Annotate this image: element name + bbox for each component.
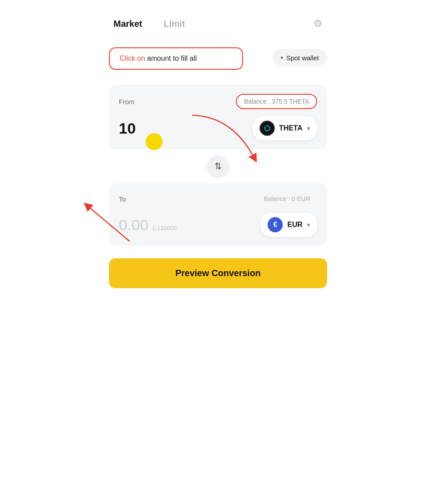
wallet-icon: ▪ — [281, 54, 283, 62]
tooltip-box[interactable]: Click on amount to fill all — [109, 47, 243, 70]
to-currency-label: EUR — [287, 221, 302, 229]
eur-icon: € — [268, 217, 283, 232]
tab-market[interactable]: Market — [113, 19, 142, 29]
to-card-header: To Balance : 0 EUR — [119, 192, 317, 206]
spot-wallet-label: Spot wallet — [286, 54, 319, 62]
to-currency-selector[interactable]: € EUR ▾ — [260, 213, 317, 237]
tab-limit[interactable]: Limit — [164, 19, 185, 29]
gear-icon: ⚙ — [314, 18, 323, 29]
swap-arrows-icon: ⇅ — [214, 161, 222, 172]
theta-icon: ⬡ — [260, 121, 275, 136]
from-balance-badge[interactable]: Balance : 375.5 THETA — [236, 94, 317, 109]
tooltip-text: Click on amount to fill all — [120, 55, 197, 62]
from-label: From — [119, 98, 134, 105]
from-amount[interactable]: 10 — [119, 120, 136, 137]
tabs-bar: Market Limit ⚙ — [109, 18, 327, 29]
spot-wallet-button[interactable]: ▪ Spot wallet — [272, 49, 327, 66]
yellow-dot-decoration — [146, 133, 163, 150]
to-balance-badge: Balance : 0 EUR — [257, 192, 318, 206]
from-card-header: From Balance : 375.5 THETA — [119, 94, 317, 109]
to-card: To Balance : 0 EUR 0.00 1-110000 € EUR ▾ — [109, 183, 327, 246]
from-card: From Balance : 375.5 THETA 10 ⬡ THETA ▾ — [109, 85, 327, 149]
swap-row: ⇅ — [109, 155, 327, 177]
to-amount-placeholder[interactable]: 0.00 — [119, 216, 148, 234]
to-label: To — [119, 195, 126, 203]
preview-conversion-button[interactable]: Preview Conversion — [109, 258, 327, 288]
from-currency-label: THETA — [279, 124, 302, 132]
swap-button[interactable]: ⇅ — [207, 155, 229, 177]
settings-button[interactable]: ⚙ — [314, 18, 323, 29]
to-card-body: 0.00 1-110000 € EUR ▾ — [119, 213, 317, 237]
to-range-hint: 1-110000 — [152, 225, 176, 231]
from-currency-selector[interactable]: ⬡ THETA ▾ — [252, 116, 317, 140]
chevron-down-icon: ▾ — [307, 125, 310, 132]
chevron-down-icon-2: ▾ — [307, 222, 310, 228]
top-action-row: Click on amount to fill all ▪ Spot walle… — [109, 47, 327, 80]
